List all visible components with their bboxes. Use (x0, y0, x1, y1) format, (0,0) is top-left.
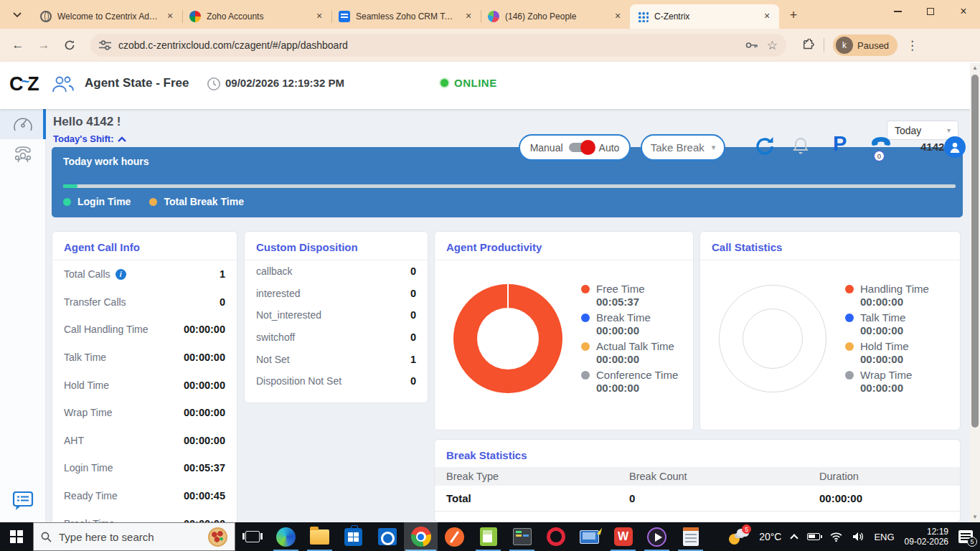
taskbar-opera[interactable] (539, 522, 573, 551)
tab-czentrix-active[interactable]: C-Zentrix × (630, 4, 779, 29)
volume-icon[interactable] (852, 532, 864, 542)
legend-item[interactable]: Handling Time00:00:00 (845, 283, 929, 309)
legend-item[interactable]: Talk Time00:00:00 (845, 311, 929, 337)
browser-profile-button[interactable]: k Paused (833, 34, 897, 56)
legend-label: Login Time (77, 196, 131, 207)
password-key-button[interactable] (745, 41, 758, 50)
taskbar-notepad[interactable] (471, 522, 505, 551)
stat-row: Ready Time00:00:45 (52, 482, 237, 510)
minimize-button[interactable] (881, 0, 914, 23)
legend-name: Talk Time (860, 311, 905, 324)
manual-auto-toggle[interactable]: Manual Auto (519, 134, 631, 161)
legend-value: 00:00:00 (860, 353, 903, 365)
legend-item[interactable]: Free Time00:05:37 (581, 283, 678, 309)
zoho-icon (189, 11, 201, 22)
stat-label: Ready Time (64, 490, 118, 501)
taskbar-wps[interactable]: W (606, 522, 640, 551)
taskbar-media-player[interactable] (640, 522, 674, 551)
taskbar-search-box[interactable]: Type here to search (33, 522, 235, 551)
tab-zoho-people[interactable]: (146) Zoho People × (481, 4, 630, 29)
address-bar[interactable]: czobd.c-zentrixcloud.com/czagent/#/app/d… (90, 34, 786, 57)
refresh-button[interactable] (755, 136, 775, 157)
take-break-dropdown[interactable]: Take Break ▾ (641, 134, 725, 161)
weather-widget[interactable]: 5 (727, 527, 749, 546)
time-label: 12:19 (927, 527, 948, 537)
stat-row: AHT00:00:00 (52, 427, 237, 455)
taskbar-edge[interactable] (269, 522, 303, 551)
close-icon[interactable]: × (313, 10, 326, 23)
temperature-label[interactable]: 20°C (759, 531, 781, 542)
legend-item[interactable]: Wrap Time00:00:00 (845, 369, 929, 395)
legend-item[interactable]: Break Time00:00:00 (581, 311, 678, 337)
reload-button[interactable] (59, 34, 80, 56)
taskbar-outlook[interactable] (370, 522, 404, 551)
close-icon[interactable]: × (462, 10, 475, 23)
maximize-button[interactable] (914, 0, 947, 23)
stat-label: switchoff (256, 331, 295, 343)
taskbar-terminal[interactable] (505, 522, 539, 551)
notifications-button[interactable] (792, 136, 809, 156)
tab-zoho-accounts[interactable]: Zoho Accounts × (182, 4, 331, 29)
sidebar-item-call-center[interactable] (0, 139, 46, 169)
shift-label: Today's Shift: (53, 133, 113, 144)
tab-title: C-Zentrix (654, 11, 755, 22)
info-icon[interactable]: i (116, 269, 126, 280)
new-tab-button[interactable]: + (783, 5, 804, 25)
forward-button[interactable]: → (33, 34, 55, 56)
scroll-up-arrow[interactable]: ▲ (970, 63, 980, 73)
feedback-chat-button[interactable] (0, 491, 46, 511)
legend-name: Conference Time (596, 369, 678, 381)
tab-title: Zoho Accounts (207, 11, 307, 22)
call-stats-donut-chart[interactable] (719, 285, 826, 392)
toggle-track[interactable] (569, 143, 593, 152)
stat-label: callback (256, 265, 293, 277)
profile-avatar-button[interactable] (944, 136, 966, 158)
legend-item[interactable]: Conference Time00:00:00 (581, 369, 678, 395)
close-icon[interactable]: × (164, 10, 176, 23)
online-dot-icon (440, 79, 448, 87)
start-button[interactable] (0, 522, 33, 551)
close-icon[interactable]: × (611, 10, 624, 23)
calls-button[interactable]: 0 (870, 135, 892, 152)
todays-shift-toggle[interactable]: Today's Shift: (53, 133, 126, 144)
taskbar-chrome-active[interactable] (404, 522, 438, 551)
taskbar-notes-app[interactable] (674, 522, 707, 551)
legend-item[interactable]: Hold Time00:00:00 (845, 340, 929, 366)
tab-zoho-crm[interactable]: Seamless Zoho CRM Teleph × (331, 4, 481, 29)
scrollbar-thumb[interactable] (971, 75, 979, 428)
browser-menu-button[interactable]: ⋮ (906, 38, 918, 53)
parking-button[interactable]: P (833, 132, 847, 156)
tab-search-button[interactable] (7, 5, 27, 25)
task-view-button[interactable] (235, 522, 269, 551)
legend-value: 00:00:00 (596, 324, 639, 336)
close-window-button[interactable]: × (947, 0, 980, 23)
extensions-button[interactable] (802, 39, 815, 52)
taskbar-remote-desktop[interactable] (573, 522, 606, 551)
period-select[interactable]: Today ▾ (887, 121, 958, 140)
search-highlight-pizza-icon[interactable] (208, 527, 227, 547)
wifi-icon[interactable] (830, 532, 842, 542)
taskbar-clock[interactable]: 12:19 09-02-2026 (905, 527, 948, 547)
productivity-donut-chart[interactable] (453, 284, 562, 393)
tray-overflow-chevron-icon[interactable] (791, 534, 798, 542)
toggle-knob[interactable] (580, 140, 595, 155)
sidebar-item-dashboard[interactable] (0, 109, 46, 139)
action-center-button[interactable]: 5 (958, 530, 973, 543)
language-indicator[interactable]: ENG (874, 532, 894, 542)
taskbar-file-explorer[interactable] (303, 522, 336, 551)
url-text[interactable]: czobd.c-zentrixcloud.com/czagent/#/app/d… (118, 39, 737, 51)
bookmark-star-button[interactable]: ☆ (767, 38, 778, 53)
legend-item[interactable]: Actual Talk Time00:00:00 (581, 340, 678, 366)
close-icon[interactable]: × (760, 10, 773, 23)
back-button[interactable]: ← (7, 34, 29, 56)
taskbar-store[interactable] (336, 522, 370, 551)
date-label: 09-02-2026 (905, 537, 948, 547)
site-settings-icon[interactable] (99, 40, 111, 50)
page-scrollbar[interactable]: ▲ ▼ (970, 63, 980, 522)
tab-czentrix-admin[interactable]: Welcome to Czentrix Admin × (33, 4, 182, 29)
taskbar-orange-app[interactable] (438, 522, 471, 551)
legend-text: Free Time00:05:37 (596, 283, 645, 309)
scroll-down-arrow[interactable]: ▼ (970, 512, 980, 522)
power-icon[interactable] (807, 533, 820, 540)
stat-row: Total Callsi 1 (52, 260, 237, 288)
